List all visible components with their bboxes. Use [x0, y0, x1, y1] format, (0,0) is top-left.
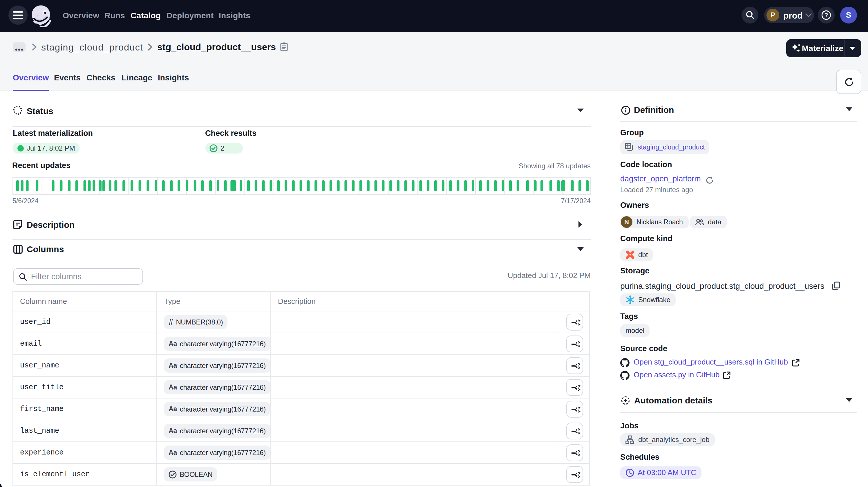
- svg-text:?: ?: [825, 12, 828, 18]
